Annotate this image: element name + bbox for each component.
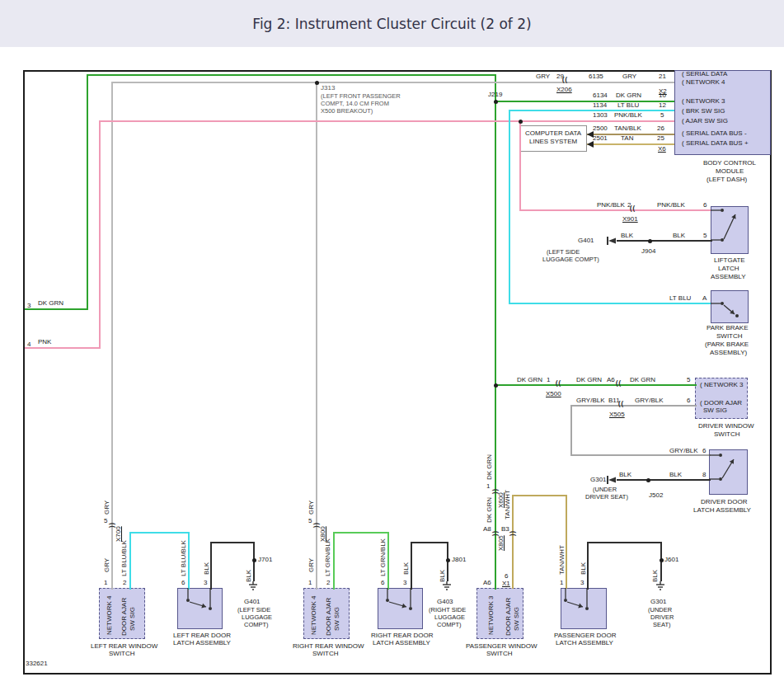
inline-connector-icon: (( (613, 379, 622, 388)
wiring-diagram: 332621 3DK GRN4PNKGRY296135GRY21X206X2SE… (0, 0, 784, 691)
figure-id: 332621 (26, 660, 48, 667)
switch-icon (378, 588, 423, 629)
diagram-label: J601 (664, 556, 678, 563)
diagram-label: GRY/BLK (576, 397, 605, 404)
diagram-label: SERIAL DATA (682, 70, 727, 78)
inline-connector-icon: (( (615, 400, 625, 408)
diagram-label: GRY (307, 558, 315, 572)
wire-lt-grn (333, 532, 389, 534)
wire-gry-blk (570, 405, 697, 407)
diagram-label: BLK (669, 471, 682, 478)
wire-pnk (519, 120, 521, 211)
diagram-label: 1 (308, 579, 312, 586)
inline-connector-icon: (( (552, 379, 562, 388)
wire-pnk (25, 347, 100, 349)
diagram-label: SWITCH (486, 650, 513, 657)
diagram-label: SW SIG (513, 607, 520, 631)
wire-lt-blu (129, 532, 190, 534)
diagram-label: X206 (556, 86, 572, 93)
diagram-label: PASSENGER WINDOW (466, 642, 538, 650)
diagram-label: 10 (659, 92, 666, 99)
diagram-label: 2501 (593, 134, 608, 142)
wire-pnk (99, 120, 101, 349)
diagram-label: (LEFT SIDE (547, 248, 580, 256)
diagram-label: X901 (622, 215, 638, 223)
switch-icon (561, 588, 607, 629)
diagram-label: DOOR AJAR (505, 598, 512, 636)
diagram-label: X500 (546, 390, 561, 397)
diagram-label: LINES SYSTEM (529, 138, 577, 145)
diagram-label: X805 (497, 535, 505, 551)
diagram-label: LT GRN/BLK (379, 538, 387, 576)
diagram-label: (LEFT FRONT PASSENGER (321, 92, 401, 100)
diagram-label: 5 (687, 376, 690, 383)
wire-blk (617, 240, 712, 242)
diagram-label: 5 (703, 232, 707, 239)
diagram-label: 21 (659, 73, 666, 80)
diagram-label: COMPT) (437, 621, 462, 628)
diagram-label: LEFT REAR WINDOW (91, 642, 157, 650)
wire-blk (411, 542, 448, 543)
diagram-label: A (702, 294, 707, 302)
diagram-label: X500 BREAKOUT) (321, 107, 373, 115)
ground-tap-icon (607, 237, 617, 245)
wire-gry (111, 82, 674, 83)
diagram-label: 25 (657, 134, 664, 142)
diagram-label: (PARK BRAKE (705, 341, 749, 348)
diagram-label: DK GRN (486, 497, 493, 523)
diagram-label: 6 (505, 572, 508, 580)
junction-dot (648, 239, 652, 243)
diagram-label: J801 (452, 556, 466, 563)
diagram-label: SWITCH (716, 332, 743, 340)
diagram-label: 3 (403, 579, 406, 586)
diagram-label: TAN (621, 134, 633, 142)
junction-dot (646, 478, 650, 482)
diagram-label: COMPT, 14.0 CM FROM (321, 100, 389, 107)
diagram-label: J502 (649, 491, 663, 499)
inline-connector-icon: (( (491, 486, 500, 496)
diagram-label: DK GRN (616, 92, 641, 99)
diagram-label: 3 (27, 302, 31, 309)
diagram-label: NETWORK 3 (700, 381, 743, 388)
diagram-label: 5 (660, 111, 664, 119)
diagram-label: AJAR SW SIG (682, 117, 728, 125)
switch-icon (177, 588, 223, 629)
diagram-label: SWITCH (714, 430, 740, 438)
diagram-label: A6 (483, 579, 491, 586)
diagram-label: BLK (402, 562, 410, 575)
diagram-label: LUGGAGE COMPT) (542, 256, 599, 263)
diagram-label: 2 (123, 579, 126, 586)
diagram-label: LT BLU/BLK (180, 540, 187, 576)
inline-connector-icon: (( (108, 519, 116, 529)
diagram-label: GRY (103, 501, 110, 515)
diagram-label: (UNDER (593, 486, 617, 493)
wire-dk-grn (495, 74, 496, 590)
diagram-label: (LEFT DASH) (707, 176, 747, 183)
wire-blk (210, 542, 255, 543)
diagram-label: GRY (536, 73, 550, 80)
diagram-label: GRY/BLK (669, 447, 698, 454)
wire-blk (587, 542, 662, 543)
diagram-label: 5 (308, 517, 312, 524)
diagram-label: TAN/BLK (614, 125, 641, 132)
diagram-label: BLK (580, 562, 587, 575)
inline-connector-icon: (( (559, 76, 569, 84)
wire-lt-blu (509, 110, 674, 111)
diagram-label: 2500 (593, 125, 608, 132)
diagram-label: LT BLU (669, 294, 691, 302)
diagram-label: PARK BRAKE (707, 324, 749, 331)
diagram-label: BRK SW SIG (682, 107, 725, 115)
page: Fig 2: Instrument Cluster Circuit (2 of … (0, 0, 784, 691)
diagram-label: PASSENGER DOOR (554, 632, 616, 639)
diagram-label: PNK/BLK (597, 201, 625, 209)
diagram-label: BLK (621, 232, 633, 239)
wire-dk-grn (495, 384, 697, 386)
diagram-label: BLK (439, 570, 446, 582)
diagram-label: LATCH ASSEMBLY (173, 639, 231, 646)
diagram-label: DOOR AJAR (325, 598, 332, 636)
diagram-label: SWITCH (312, 650, 339, 657)
wire-dk-grn (87, 74, 88, 310)
diagram-label: GRY (622, 73, 636, 80)
wire-blk (411, 542, 412, 590)
diagram-label: 6 (687, 397, 690, 404)
